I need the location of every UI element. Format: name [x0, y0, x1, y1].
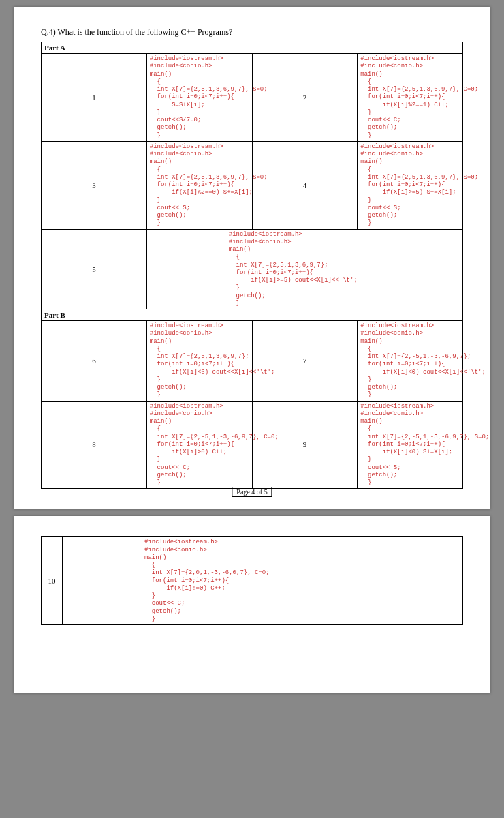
- cell-code-6: #include<iostream.h> #include<conio.h> m…: [146, 321, 252, 402]
- page-2: 10 #include<iostream.h> #include<conio.h…: [14, 516, 490, 693]
- cell-num-7: 7: [252, 321, 358, 402]
- cell-code-10: #include<iostream.h> #include<conio.h> m…: [63, 537, 463, 625]
- cell-num-5: 5: [42, 229, 147, 309]
- cell-code-7: #include<iostream.h> #include<conio.h> m…: [358, 321, 463, 402]
- cell-num-2: 2: [252, 54, 358, 142]
- cell-num-4: 4: [252, 141, 358, 229]
- cell-code-4: #include<iostream.h> #include<conio.h> m…: [358, 141, 463, 229]
- code-4: #include<iostream.h> #include<conio.h> m…: [360, 143, 460, 228]
- code-7: #include<iostream.h> #include<conio.h> m…: [360, 322, 460, 399]
- code-3: #include<iostream.h> #include<conio.h> m…: [150, 143, 249, 228]
- code-9: #include<iostream.h> #include<conio.h> m…: [360, 403, 460, 487]
- cell-code-8: #include<iostream.h> #include<conio.h> m…: [146, 401, 252, 489]
- cell-code-1: #include<iostream.h> #include<conio.h> m…: [146, 54, 252, 142]
- cell-num-6: 6: [42, 321, 147, 402]
- code-5: #include<iostream.h> #include<conio.h> m…: [229, 231, 460, 308]
- question-title: Q.4) What is the function of the followi…: [41, 27, 463, 37]
- cell-num-10: 10: [42, 537, 63, 625]
- code-6: #include<iostream.h> #include<conio.h> m…: [150, 322, 249, 399]
- page-number: Page 4 of 5: [232, 487, 272, 497]
- cell-code-5: #include<iostream.h> #include<conio.h> m…: [146, 229, 462, 309]
- cell-code-3: #include<iostream.h> #include<conio.h> m…: [146, 141, 252, 229]
- part-b-header: Part B: [42, 309, 463, 321]
- cell-num-1: 1: [42, 54, 147, 142]
- programs-table: Part A 1 #include<iostream.h> #include<c…: [41, 42, 463, 489]
- cell-code-9: #include<iostream.h> #include<conio.h> m…: [358, 401, 463, 489]
- code-10: #include<iostream.h> #include<conio.h> m…: [144, 539, 460, 623]
- code-1: #include<iostream.h> #include<conio.h> m…: [150, 55, 249, 140]
- code-8: #include<iostream.h> #include<conio.h> m…: [150, 403, 249, 487]
- programs-table-2: 10 #include<iostream.h> #include<conio.h…: [41, 536, 463, 625]
- cell-num-9: 9: [252, 401, 358, 489]
- code-2: #include<iostream.h> #include<conio.h> m…: [360, 55, 460, 140]
- part-a-header: Part A: [42, 42, 463, 54]
- cell-num-3: 3: [42, 141, 147, 229]
- cell-num-8: 8: [42, 401, 147, 489]
- cell-code-2: #include<iostream.h> #include<conio.h> m…: [358, 54, 463, 142]
- page-1: Q.4) What is the function of the followi…: [14, 7, 490, 509]
